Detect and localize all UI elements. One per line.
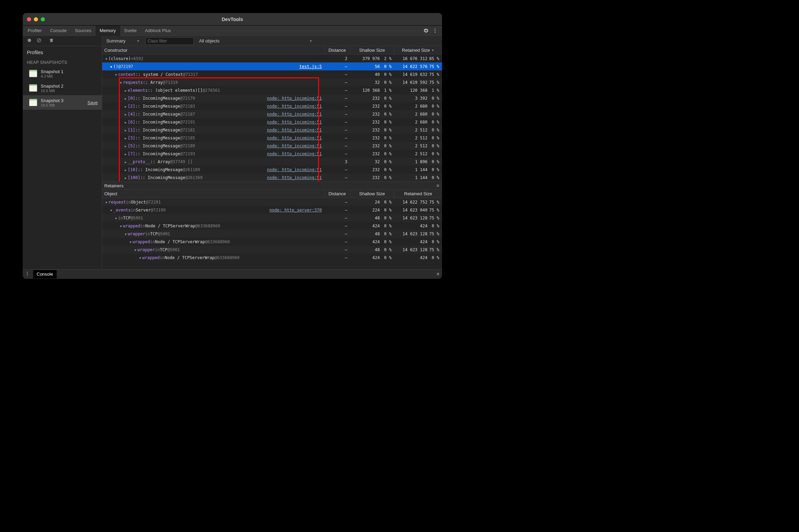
source-link[interactable]: node: http_incoming:51 bbox=[267, 136, 322, 140]
disclosure-down-icon[interactable] bbox=[114, 72, 118, 77]
disclosure-right-icon[interactable] bbox=[124, 159, 128, 164]
constructor-row[interactable]: requests :: Array @71319–320 %14 619 592… bbox=[102, 78, 442, 86]
tab-adblock-plus[interactable]: Adblock Plus bbox=[141, 26, 175, 36]
left-toolbar bbox=[23, 36, 102, 46]
source-link[interactable]: node: http_incoming:51 bbox=[267, 144, 322, 148]
disclosure-right-icon[interactable] bbox=[124, 120, 128, 125]
close-drawer-icon[interactable]: ✕ bbox=[436, 272, 440, 277]
class-filter-input[interactable] bbox=[145, 37, 194, 45]
disclosure-right-icon[interactable] bbox=[124, 104, 128, 109]
source-link[interactable]: node: http_incoming:51 bbox=[267, 128, 322, 132]
snapshot-1[interactable]: Snapshot 1 4.3 MB bbox=[23, 66, 102, 81]
constructor-row[interactable]: ()@72197test.js:5–560 %14 622 57675 % bbox=[102, 62, 442, 70]
constructor-row[interactable]: [3] :: IncomingMessage @72185node: http_… bbox=[102, 134, 442, 142]
tab-profiler[interactable]: Profiler bbox=[23, 26, 46, 36]
maximize-icon[interactable] bbox=[41, 17, 45, 21]
constructor-row[interactable]: (closure)×65922379 9762 %16 676 31285 % bbox=[102, 55, 442, 62]
source-link[interactable]: node: http_incoming:51 bbox=[267, 112, 322, 117]
disclosure-right-icon[interactable] bbox=[124, 128, 128, 132]
disclosure-down-icon[interactable] bbox=[119, 224, 123, 228]
constructor-row[interactable]: [10] :: IncomingMessage @261189node: htt… bbox=[102, 166, 442, 174]
source-link[interactable]: node: http_server:370 bbox=[269, 208, 322, 213]
retainer-rows[interactable]: request in Object @72201–240 %14 622 752… bbox=[102, 198, 442, 269]
constructor-row[interactable]: context :: system / Context @71317–400 %… bbox=[102, 70, 442, 78]
clear-icon[interactable] bbox=[37, 38, 41, 44]
close-icon[interactable] bbox=[27, 17, 31, 21]
kebab-icon[interactable] bbox=[432, 28, 438, 33]
disclosure-down-icon[interactable] bbox=[128, 239, 133, 244]
col-retained-r[interactable]: Retained Size bbox=[394, 190, 442, 198]
disclosure-right-icon[interactable] bbox=[124, 175, 128, 180]
retainers-title-bar[interactable]: Retainers ≡ bbox=[102, 181, 442, 190]
snapshot-3[interactable]: Snapshot 3 19.5 MB Save bbox=[23, 95, 102, 110]
retainer-row[interactable]: wrapped in Node / TCPServerWrap @6336889… bbox=[102, 222, 442, 230]
hamburger-icon[interactable]: ≡ bbox=[436, 183, 439, 188]
constructor-row[interactable]: [4] :: IncomingMessage @72187node: http_… bbox=[102, 110, 442, 118]
col-distance[interactable]: Distance bbox=[325, 46, 350, 54]
constructor-row[interactable]: [1] :: IncomingMessage @72181node: http_… bbox=[102, 126, 442, 134]
col-object[interactable]: Object bbox=[102, 190, 325, 198]
retainer-row[interactable]: wrapper in TCP @5001–480 %14 623 12875 % bbox=[102, 246, 442, 254]
source-link[interactable]: node: http_incoming:51 bbox=[267, 120, 322, 125]
disclosure-right-icon[interactable] bbox=[124, 112, 128, 117]
disclosure-down-icon[interactable] bbox=[104, 200, 108, 205]
col-distance-r[interactable]: Distance bbox=[325, 190, 350, 198]
tab-memory[interactable]: Memory bbox=[96, 26, 120, 36]
disclosure-down-icon[interactable] bbox=[119, 80, 123, 85]
retainer-row[interactable]: wrapped in Node / TCPServerWrap @6336889… bbox=[102, 238, 442, 246]
disclosure-right-icon[interactable] bbox=[124, 167, 128, 172]
snapshot-2[interactable]: Snapshot 2 19.5 MB bbox=[23, 81, 102, 95]
retainer-row[interactable]: wrapped in Node / TCPServerWrap @6336889… bbox=[102, 254, 442, 262]
retainer-row[interactable]: wrapper in TCP @5001–480 %14 623 12875 % bbox=[102, 230, 442, 238]
constructor-rows[interactable]: (closure)×65922379 9762 %16 676 31285 % … bbox=[102, 55, 442, 181]
tab-svelte[interactable]: Svelte bbox=[120, 26, 141, 36]
source-link[interactable]: node: http_incoming:51 bbox=[267, 175, 322, 180]
disclosure-right-icon[interactable] bbox=[124, 144, 128, 148]
disclosure-down-icon[interactable] bbox=[109, 208, 113, 213]
constructor-row[interactable]: [7] :: IncomingMessage @72193node: http_… bbox=[102, 150, 442, 158]
minimize-icon[interactable] bbox=[34, 17, 38, 21]
disclosure-right-icon[interactable] bbox=[124, 136, 128, 140]
disclosure-down-icon[interactable] bbox=[104, 56, 108, 61]
disclosure-right-icon[interactable] bbox=[124, 96, 128, 101]
object-name: :: IncomingMessage bbox=[135, 128, 180, 132]
col-retained[interactable]: Retained Size▼ bbox=[394, 46, 442, 54]
disclosure-down-icon[interactable] bbox=[114, 216, 118, 220]
summary-dropdown[interactable]: Summary bbox=[104, 37, 142, 45]
source-link[interactable]: node: http_incoming:51 bbox=[267, 96, 322, 101]
constructor-row[interactable]: [100] :: IncomingMessage @261369node: ht… bbox=[102, 174, 442, 181]
bottom-kebab-icon[interactable] bbox=[25, 271, 30, 277]
disclosure-down-icon[interactable] bbox=[124, 231, 128, 236]
console-tab[interactable]: Console bbox=[33, 270, 57, 278]
constructor-row[interactable]: [5] :: IncomingMessage @72189node: http_… bbox=[102, 142, 442, 150]
constructor-row[interactable]: __proto__ :: Array @37749 []3320 %1 8960… bbox=[102, 158, 442, 166]
all-objects-dropdown[interactable]: All objects bbox=[197, 37, 315, 45]
in-label: in bbox=[118, 216, 123, 220]
tab-sources[interactable]: Sources bbox=[71, 26, 96, 36]
record-icon[interactable] bbox=[27, 38, 32, 44]
constructor-row[interactable]: [2] :: IncomingMessage @72183node: http_… bbox=[102, 102, 442, 110]
disclosure-down-icon[interactable] bbox=[109, 64, 113, 69]
constructor-row[interactable]: elements :: (object elements)[] @276561–… bbox=[102, 86, 442, 94]
col-constructor[interactable]: Constructor bbox=[102, 46, 325, 54]
source-link[interactable]: node: http_incoming:51 bbox=[267, 104, 322, 109]
disclosure-down-icon[interactable] bbox=[133, 247, 137, 252]
col-shallow[interactable]: Shallow Size bbox=[350, 46, 394, 54]
col-shallow-r[interactable]: Shallow Size bbox=[350, 190, 394, 198]
source-link[interactable]: node: http_incoming:51 bbox=[267, 151, 322, 156]
tab-console[interactable]: Console bbox=[46, 26, 71, 36]
source-link[interactable]: test.js:5 bbox=[299, 64, 322, 69]
retainer-row[interactable]: _events in Server @72199node: http_serve… bbox=[102, 206, 442, 214]
retainer-row[interactable]: in TCP @5001–480 %14 623 12875 % bbox=[102, 214, 442, 222]
distance-value: – bbox=[325, 136, 350, 140]
constructor-row[interactable]: [0] :: IncomingMessage @72179node: http_… bbox=[102, 94, 442, 102]
retainer-row[interactable]: request in Object @72201–240 %14 622 752… bbox=[102, 198, 442, 206]
disclosure-right-icon[interactable] bbox=[124, 88, 128, 93]
gear-icon[interactable] bbox=[423, 28, 429, 33]
disclosure-down-icon[interactable] bbox=[138, 255, 142, 260]
disclosure-right-icon[interactable] bbox=[124, 151, 128, 156]
constructor-row[interactable]: [6] :: IncomingMessage @72191node: http_… bbox=[102, 118, 442, 126]
trash-icon[interactable] bbox=[49, 38, 54, 44]
snapshot-save-link[interactable]: Save bbox=[87, 100, 98, 105]
source-link[interactable]: node: http_incoming:51 bbox=[267, 167, 322, 172]
